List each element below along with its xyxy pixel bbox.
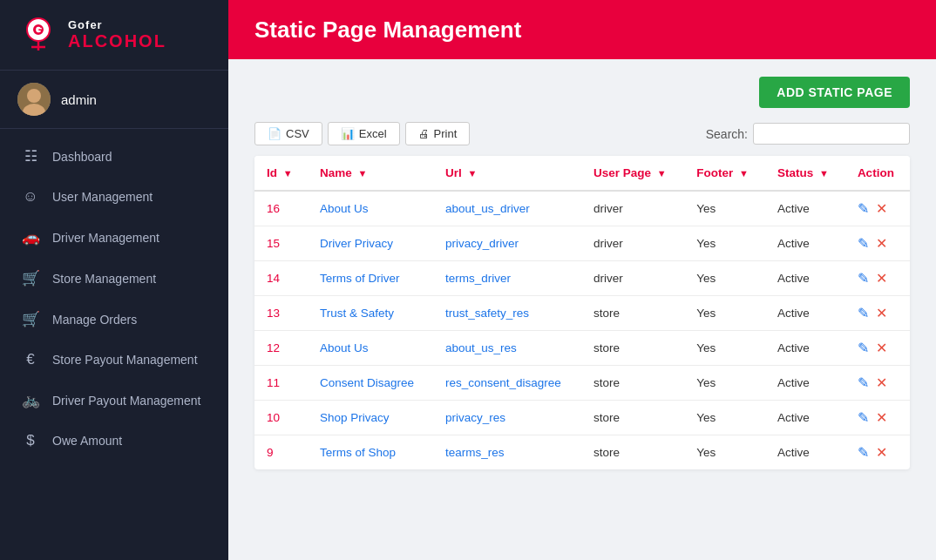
cell-user-page: store <box>581 331 684 366</box>
sidebar-item-dashboard[interactable]: ☷ Dashboard <box>0 136 228 177</box>
sidebar-item-store-management[interactable]: 🛒 Store Management <box>0 258 228 299</box>
delete-icon[interactable]: ✕ <box>876 374 887 391</box>
store-icon: 🛒 <box>21 269 40 287</box>
cell-footer: Yes <box>684 191 765 226</box>
cell-user-page: store <box>581 401 684 435</box>
delete-icon[interactable]: ✕ <box>876 409 887 426</box>
page-header: Static Page Management <box>228 0 936 59</box>
cart-icon: 🛒 <box>21 310 40 328</box>
table-header-row: Id ▼ Name ▼ Url ▼ User Page ▼ Footer ▼ S… <box>254 156 910 191</box>
csv-label: CSV <box>286 127 309 140</box>
cell-status: Active <box>765 331 845 366</box>
cell-url: about_us_res <box>433 331 581 366</box>
delete-icon[interactable]: ✕ <box>876 444 887 461</box>
cell-status: Active <box>765 296 845 331</box>
edit-icon[interactable]: ✎ <box>858 444 869 461</box>
cell-status: Active <box>765 401 845 435</box>
edit-icon[interactable]: ✎ <box>858 305 869 321</box>
table-row: 11 Consent Disagree res_consent_disagree… <box>254 366 910 401</box>
sidebar-item-label: User Management <box>52 190 153 204</box>
cell-url: terms_driver <box>433 261 581 296</box>
sidebar-item-user-management[interactable]: ☺ User Management <box>0 177 228 217</box>
cell-user-page: driver <box>581 261 684 296</box>
edit-icon[interactable]: ✎ <box>858 270 869 287</box>
sort-arrow-name: ▼ <box>358 168 368 179</box>
excel-label: Excel <box>359 127 387 140</box>
col-name: Name ▼ <box>308 156 433 191</box>
dollar-icon: $ <box>21 432 40 449</box>
delete-icon[interactable]: ✕ <box>876 235 887 252</box>
cell-user-page: store <box>581 296 684 331</box>
cell-footer: Yes <box>684 435 765 470</box>
delete-icon[interactable]: ✕ <box>876 270 887 287</box>
csv-export-button[interactable]: 📄 CSV <box>254 122 322 145</box>
delete-icon[interactable]: ✕ <box>876 340 887 356</box>
print-label: Print <box>434 127 458 140</box>
sidebar-logo: G Gofer ALCOHOL <box>0 0 228 71</box>
sidebar-item-owe-amount[interactable]: $ Owe Amount <box>0 421 228 461</box>
sidebar-item-driver-management[interactable]: 🚗 Driver Management <box>0 217 228 258</box>
col-user-page: User Page ▼ <box>581 156 684 191</box>
cell-name: About Us <box>308 331 433 366</box>
cell-footer: Yes <box>684 331 765 366</box>
cell-footer: Yes <box>684 401 765 435</box>
avatar <box>17 83 51 116</box>
sidebar-item-store-payout[interactable]: € Store Payout Management <box>0 340 228 380</box>
cell-url: privacy_res <box>433 401 581 435</box>
sidebar-item-manage-orders[interactable]: 🛒 Manage Orders <box>0 299 228 340</box>
cell-id: 15 <box>254 226 308 261</box>
cell-user-page: driver <box>581 226 684 261</box>
table-row: 10 Shop Privacy privacy_res store Yes Ac… <box>254 401 910 435</box>
cell-user-page: store <box>581 435 684 470</box>
cell-url: privacy_driver <box>433 226 581 261</box>
excel-export-button[interactable]: 📊 Excel <box>328 122 400 145</box>
cell-action: ✎ ✕ <box>845 331 910 366</box>
cell-name: Terms of Shop <box>308 435 433 470</box>
add-static-page-button[interactable]: ADD STATIC PAGE <box>759 77 910 108</box>
delete-icon[interactable]: ✕ <box>876 200 887 217</box>
edit-icon[interactable]: ✎ <box>858 235 869 252</box>
cell-action: ✎ ✕ <box>845 435 910 470</box>
col-action: Action <box>845 156 910 191</box>
bike-icon: 🚲 <box>21 391 40 409</box>
edit-icon[interactable]: ✎ <box>858 200 869 217</box>
cell-name: Trust & Safety <box>308 296 433 331</box>
cell-footer: Yes <box>684 366 765 401</box>
cell-footer: Yes <box>684 296 765 331</box>
cell-id: 16 <box>254 191 308 226</box>
edit-icon[interactable]: ✎ <box>858 374 869 391</box>
delete-icon[interactable]: ✕ <box>876 305 887 321</box>
sidebar-item-label: Dashboard <box>52 150 112 164</box>
sidebar-item-driver-payout[interactable]: 🚲 Driver Payout Management <box>0 380 228 421</box>
main-content: Static Page Management ADD STATIC PAGE 📄… <box>228 0 936 560</box>
table-row: 9 Terms of Shop tearms_res store Yes Act… <box>254 435 910 470</box>
sidebar-item-label: Driver Management <box>52 231 159 245</box>
col-id: Id ▼ <box>254 156 308 191</box>
cell-action: ✎ ✕ <box>845 261 910 296</box>
cell-user-page: store <box>581 366 684 401</box>
cell-action: ✎ ✕ <box>845 296 910 331</box>
cell-name: Driver Privacy <box>308 226 433 261</box>
cell-name: Consent Disagree <box>308 366 433 401</box>
top-bar: ADD STATIC PAGE <box>254 77 910 108</box>
print-icon: 🖨 <box>418 127 430 140</box>
sidebar-user: admin <box>0 71 228 129</box>
euro-icon: € <box>21 351 40 368</box>
sidebar-item-label: Owe Amount <box>52 434 122 448</box>
cell-name: Shop Privacy <box>308 401 433 435</box>
cell-name: Terms of Driver <box>308 261 433 296</box>
cell-id: 14 <box>254 261 308 296</box>
search-input[interactable] <box>753 123 910 145</box>
excel-icon: 📊 <box>341 127 355 140</box>
cell-id: 9 <box>254 435 308 470</box>
print-button[interactable]: 🖨 Print <box>405 122 471 145</box>
edit-icon[interactable]: ✎ <box>858 409 869 426</box>
person-icon: ☺ <box>21 188 40 206</box>
table-row: 15 Driver Privacy privacy_driver driver … <box>254 226 910 261</box>
logo-alcohol: ALCOHOL <box>68 31 166 51</box>
cell-user-page: driver <box>581 191 684 226</box>
cell-id: 11 <box>254 366 308 401</box>
cell-id: 10 <box>254 401 308 435</box>
edit-icon[interactable]: ✎ <box>858 340 869 356</box>
export-buttons: 📄 CSV 📊 Excel 🖨 Print <box>254 122 470 145</box>
